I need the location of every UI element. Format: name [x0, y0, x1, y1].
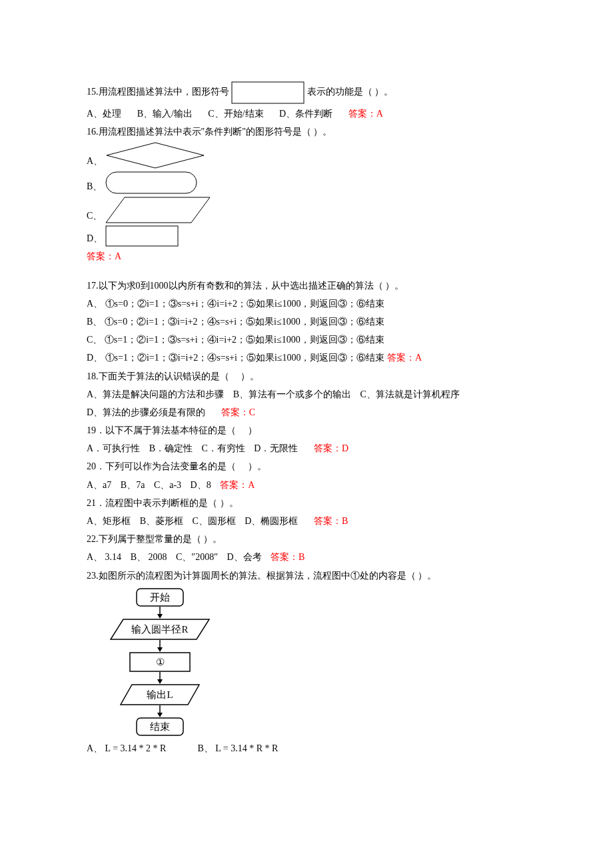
q17-A: A、 ①s=0；②i=1；③s=s+i；④i=i+2；⑤如果i≤1000，则返回…: [87, 295, 540, 312]
q21-D: D、椭圆形框: [245, 516, 298, 526]
svg-rect-2: [106, 172, 197, 193]
q17-answer: 答案：A: [387, 353, 422, 363]
q16-B-label: B、: [87, 178, 102, 195]
q18-answer: 答案：C: [221, 407, 255, 417]
q18-D: D、算法的步骤必须是有限的: [87, 407, 205, 417]
q15-B: B、输入/输出: [137, 109, 193, 119]
svg-marker-10: [157, 647, 163, 652]
q18-A: A、算法是解决问题的方法和步骤: [87, 389, 224, 399]
q19-answer: 答案：D: [314, 443, 348, 453]
q22-D: D、会考: [227, 552, 261, 562]
q17-D-row: D、 ①s=1；②i=1；③i=i+2；④s=s+i；⑤如果i≤1000，则返回…: [87, 349, 540, 366]
flow-process-icon: ①: [129, 652, 191, 672]
q16-D-label: D、: [87, 230, 103, 247]
q23-opts: A、 L = 3.14 * 2 * R B、 L = 3.14 * R * R: [87, 740, 540, 757]
svg-marker-1: [107, 143, 204, 168]
rounded-rect-icon: [105, 171, 198, 195]
flow-start-icon: 开始: [136, 588, 184, 607]
arrow-icon: [156, 672, 164, 684]
q22-answer: 答案：B: [271, 552, 305, 562]
q23-B: B、 L = 3.14 * R * R: [197, 743, 278, 753]
q17-text: 17.以下为求0到1000以内所有奇数和的算法，从中选出描述正确的算法（ ）。: [87, 277, 540, 294]
flow-input-icon: 输入圆半径R: [110, 619, 210, 640]
flow-output-text: 输出L: [147, 689, 173, 700]
q15-C: C、开始/结束: [208, 109, 263, 119]
q19-text: 19．以下不属于算法基本特征的是（ ）: [87, 422, 540, 439]
q17-C: C、 ①s=1；②i=1；③s=s+i；④i=i+2；⑤如果i≤1000，则返回…: [87, 331, 540, 348]
q20-text: 20．下列可以作为合法变量名的是（ ）。: [87, 458, 540, 475]
q19-A: A．可执行性: [87, 443, 140, 453]
q20-opts: A、a7 B、7a C、a-3 D、8 答案：A: [87, 477, 540, 493]
q15-options: A、处理 B、输入/输出 C、开始/结束 D、条件判断 答案：A: [87, 105, 540, 122]
arrow-icon: [156, 640, 164, 652]
q20-C: C、a-3: [154, 480, 181, 490]
parallelogram-icon: [105, 196, 211, 224]
flow-end-icon: 结束: [136, 717, 184, 736]
svg-rect-0: [232, 82, 304, 103]
q20-answer: 答案：A: [220, 480, 255, 490]
q17-B: B、 ①s=0；②i=1；③i=i+2；④s=s+i；⑤如果i≤1000，则返回…: [87, 313, 540, 330]
svg-marker-16: [157, 713, 163, 717]
q18-text: 18.下面关于算法的认识错误的是（ ）。: [87, 368, 540, 385]
q22-C: C、″2008″: [176, 552, 218, 562]
q16-A-row: A、: [87, 141, 540, 169]
rect-icon: [105, 225, 179, 247]
q21-opts: A、矩形框 B、菱形框 C、圆形框 D、椭圆形框 答案：B: [87, 513, 540, 529]
arrow-icon: [156, 705, 164, 717]
q21-answer: 答案：B: [314, 516, 348, 526]
q15-suffix: 表示的功能是（ ）。: [307, 87, 394, 97]
q22-B: B、 2008: [131, 552, 167, 562]
q16-A-label: A、: [87, 153, 103, 169]
q16-D-row: D、: [87, 225, 540, 247]
q15: 15.用流程图描述算法中，图形符号 表示的功能是（ ）。: [87, 81, 540, 104]
q16-B-row: B、: [87, 171, 540, 195]
q19-C: C．有穷性: [201, 443, 245, 453]
q15-A: A、处理: [87, 109, 121, 119]
flow-end-text: 结束: [150, 721, 170, 732]
svg-marker-3: [106, 197, 210, 223]
q18-B: B、算法有一个或多个的输出: [233, 389, 351, 399]
q20-D: D、8: [191, 480, 211, 490]
q21-C: C、圆形框: [192, 516, 235, 526]
q17-D: D、 ①s=1；②i=1；③i=i+2；④s=s+i；⑤如果i≤1000，则返回…: [87, 353, 384, 363]
q18-opts-row2: D、算法的步骤必须是有限的 答案：C: [87, 404, 540, 421]
q16-answer: 答案：A: [87, 248, 540, 265]
q22-opts: A、 3.14 B、 2008 C、″2008″ D、会考 答案：B: [87, 549, 540, 565]
svg-rect-4: [106, 226, 178, 246]
q15-D: D、条件判断: [279, 109, 332, 119]
q16-C-label: C、: [87, 207, 102, 224]
rectangle-symbol: [231, 81, 305, 104]
q19-D: D．无限性: [254, 443, 298, 453]
q23-A: A、 L = 3.14 * 2 * R: [87, 743, 166, 753]
q22-text: 22.下列属于整型常量的是（ ）。: [87, 531, 540, 547]
q15-prefix: 15.用流程图描述算法中，图形符号: [87, 87, 229, 97]
q15-answer: 答案：A: [348, 109, 383, 119]
q18-opts-row1: A、算法是解决问题的方法和步骤 B、算法有一个或多个的输出 C、算法就是计算机程…: [87, 386, 540, 403]
flow-input-text: 输入圆半径R: [131, 624, 188, 635]
q21-text: 21．流程图中表示判断框的是（ ）。: [87, 495, 540, 511]
svg-marker-13: [157, 679, 163, 684]
arrow-icon: [156, 607, 164, 619]
q20-A: A、a7: [87, 480, 111, 490]
q21-A: A、矩形框: [87, 516, 131, 526]
flow-process-text: ①: [156, 657, 165, 667]
q23-text: 23.如图所示的流程图为计算圆周长的算法。根据算法，流程图中①处的内容是（ ）。: [87, 567, 540, 584]
flow-start-text: 开始: [150, 592, 170, 603]
q23-flowchart: 开始 输入圆半径R ① 输出L 结束: [107, 588, 540, 736]
q16-text: 16.用流程图描述算法中表示"条件判断"的图形符号是（ ）。: [87, 123, 540, 140]
q19-opts: A．可执行性 B．确定性 C．有穷性 D．无限性 答案：D: [87, 440, 540, 457]
svg-marker-7: [157, 614, 163, 619]
flow-output-icon: 输出L: [120, 684, 200, 705]
q20-B: B、7a: [121, 480, 145, 490]
q21-B: B、菱形框: [140, 516, 183, 526]
q18-C: C、算法就是计算机程序: [360, 389, 459, 399]
q22-A: A、 3.14: [87, 552, 121, 562]
q19-B: B．确定性: [149, 443, 193, 453]
q16-C-row: C、: [87, 196, 540, 224]
diamond-icon: [105, 141, 205, 169]
